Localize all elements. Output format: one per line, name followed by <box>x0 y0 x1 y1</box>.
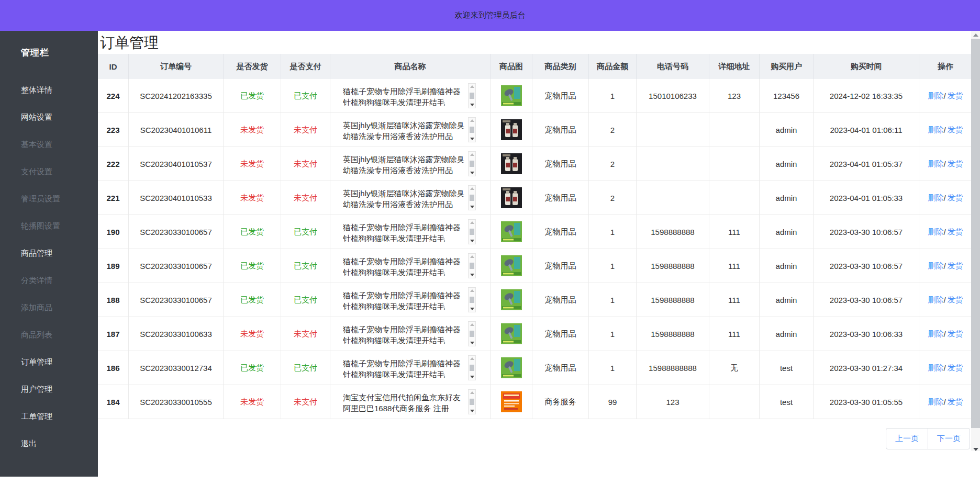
sidebar-item-3[interactable]: 支付设置 <box>0 158 98 185</box>
cell-user: admin <box>760 181 814 215</box>
scroll-thumb[interactable] <box>470 331 474 337</box>
delete-link[interactable]: 删除 <box>928 329 943 339</box>
scroll-up-icon[interactable] <box>470 153 474 156</box>
sidebar-item-9[interactable]: 商品列表 <box>0 321 98 348</box>
sidebar-title: 管理栏 <box>0 31 98 59</box>
sidebar-item-8[interactable]: 添加商品 <box>0 294 98 321</box>
scroll-down-icon[interactable] <box>470 138 474 140</box>
scroll-up-icon[interactable] <box>470 289 474 292</box>
ship-link[interactable]: 发货 <box>948 363 963 373</box>
sidebar-item-4[interactable]: 管理员设置 <box>0 185 98 212</box>
product-name-scrollbar[interactable] <box>468 287 476 312</box>
product-name-scrollbar[interactable] <box>468 117 476 142</box>
shipped-status: 未发货 <box>240 125 264 135</box>
product-name-scrollbar[interactable] <box>468 219 476 244</box>
scroll-down-icon[interactable] <box>470 104 474 106</box>
scrollbar-up-icon[interactable] <box>971 31 980 39</box>
ship-link[interactable]: 发货 <box>948 295 963 305</box>
scrollbar-down-icon[interactable] <box>971 443 980 451</box>
delete-link[interactable]: 删除 <box>928 227 943 237</box>
cell-address <box>709 385 760 419</box>
scroll-thumb[interactable] <box>470 365 474 371</box>
scroll-down-icon[interactable] <box>470 274 474 276</box>
scroll-down-icon[interactable] <box>470 376 474 378</box>
product-name-scrollbar[interactable] <box>468 389 476 414</box>
delete-link[interactable]: 删除 <box>928 159 943 169</box>
ship-link[interactable]: 发货 <box>948 193 963 203</box>
sidebar-item-2[interactable]: 基本设置 <box>0 131 98 158</box>
scroll-up-icon[interactable] <box>470 391 474 394</box>
sidebar-item-0[interactable]: 整体详情 <box>0 76 98 104</box>
scroll-down-icon[interactable] <box>470 240 474 242</box>
scroll-up-icon[interactable] <box>470 85 474 88</box>
scroll-up-icon[interactable] <box>470 119 474 122</box>
scrollbar-thumb[interactable] <box>971 39 980 428</box>
scroll-thumb[interactable] <box>470 93 474 99</box>
scroll-down-icon[interactable] <box>470 206 474 208</box>
cell-phone: 15010106233 <box>637 79 709 112</box>
scroll-down-icon[interactable] <box>470 172 474 174</box>
delete-link[interactable]: 删除 <box>928 397 943 407</box>
delete-link[interactable]: 删除 <box>928 261 943 271</box>
product-name-scrollbar[interactable] <box>468 185 476 210</box>
sidebar-item-5[interactable]: 轮播图设置 <box>0 212 98 240</box>
sidebar-item-12[interactable]: 工单管理 <box>0 403 98 430</box>
ship-link[interactable]: 发货 <box>948 125 963 135</box>
cell-address <box>709 113 760 146</box>
ship-link[interactable]: 发货 <box>948 91 963 101</box>
action-separator: / <box>943 330 945 339</box>
ship-link[interactable]: 发货 <box>948 159 963 169</box>
delete-link[interactable]: 删除 <box>928 125 943 135</box>
product-name-scrollbar[interactable] <box>468 321 476 346</box>
scroll-thumb[interactable] <box>470 229 474 235</box>
delete-link[interactable]: 删除 <box>928 295 943 305</box>
cell-paid: 未支付 <box>281 147 330 181</box>
sidebar-item-13[interactable]: 退出 <box>0 430 98 457</box>
product-name-scrollbar[interactable] <box>468 253 476 278</box>
sidebar-item-7[interactable]: 分类详情 <box>0 267 98 294</box>
scroll-thumb[interactable] <box>470 263 474 269</box>
scroll-up-icon[interactable] <box>470 357 474 360</box>
scroll-up-icon[interactable] <box>470 255 474 258</box>
cell-product-image <box>491 283 532 317</box>
shipped-status: 未发货 <box>240 193 264 203</box>
next-page-button[interactable]: 下一页 <box>928 428 970 449</box>
scroll-up-icon[interactable] <box>470 323 474 326</box>
prev-page-button[interactable]: 上一页 <box>886 428 928 449</box>
ship-link[interactable]: 发货 <box>948 329 963 339</box>
scroll-thumb[interactable] <box>470 297 474 303</box>
sidebar-item-11[interactable]: 用户管理 <box>0 376 98 403</box>
scroll-thumb[interactable] <box>470 399 474 405</box>
cell-shipped: 未发货 <box>224 317 281 351</box>
scroll-up-icon[interactable] <box>470 187 474 190</box>
scroll-thumb[interactable] <box>470 195 474 201</box>
ship-link[interactable]: 发货 <box>948 227 963 237</box>
delete-link[interactable]: 删除 <box>928 363 943 373</box>
paid-status: 已支付 <box>294 261 317 271</box>
paid-status: 已支付 <box>294 91 317 101</box>
sidebar-item-10[interactable]: 订单管理 <box>0 348 98 376</box>
delete-link[interactable]: 删除 <box>928 91 943 101</box>
scroll-down-icon[interactable] <box>470 410 474 412</box>
scroll-up-icon[interactable] <box>470 221 474 224</box>
product-name-scrollbar[interactable] <box>468 151 476 176</box>
cell-phone <box>637 181 709 215</box>
cell-shipped: 已发货 <box>224 79 281 112</box>
vertical-scrollbar[interactable] <box>971 31 980 451</box>
action-separator: / <box>943 92 945 100</box>
ship-link[interactable]: 发货 <box>948 261 963 271</box>
sidebar-item-6[interactable]: 商品管理 <box>0 240 98 267</box>
product-name-text: 猫梳子宠物专用除浮毛刷撸猫神器针梳狗狗猫咪毛发清理开结毛 <box>343 256 465 276</box>
cell-paid: 未支付 <box>281 181 330 215</box>
scroll-down-icon[interactable] <box>470 342 474 344</box>
delete-link[interactable]: 删除 <box>928 193 943 203</box>
product-name-scrollbar[interactable] <box>468 83 476 108</box>
cell-actions: 删除/发货 <box>919 181 972 215</box>
ship-link[interactable]: 发货 <box>948 397 963 407</box>
product-name-scrollbar[interactable] <box>468 355 476 380</box>
order-table: ID订单编号是否发货是否支付商品名称商品图商品类别商品金额电话号码详细地址购买用… <box>98 54 972 419</box>
scroll-thumb[interactable] <box>470 161 474 167</box>
sidebar-item-1[interactable]: 网站设置 <box>0 104 98 131</box>
scroll-down-icon[interactable] <box>470 308 474 310</box>
scroll-thumb[interactable] <box>470 127 474 133</box>
